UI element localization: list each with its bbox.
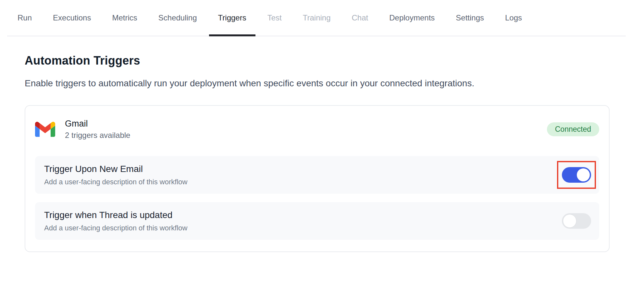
tab-label: Metrics <box>112 13 137 22</box>
tab-label: Chat <box>352 13 368 22</box>
page-title: Automation Triggers <box>25 54 610 67</box>
tab-bar: RunExecutionsMetricsSchedulingTriggersTe… <box>7 0 626 36</box>
tab-label: Training <box>303 13 331 22</box>
trigger-title: Trigger Upon New Email <box>44 163 187 175</box>
tab-label: Scheduling <box>158 13 197 22</box>
trigger-description: Add a user-facing description of this wo… <box>44 177 187 187</box>
integration-card-header: Gmail 2 triggers available Connected <box>35 119 599 140</box>
tab-metrics[interactable]: Metrics <box>112 0 137 36</box>
annotation-highlight-box <box>557 161 596 189</box>
integration-card: Gmail 2 triggers available Connected Tri… <box>25 105 610 252</box>
status-badge: Connected <box>547 122 599 136</box>
tab-label: Executions <box>53 13 91 22</box>
toggle-switch[interactable] <box>562 167 591 183</box>
trigger-texts: Trigger Upon New Email Add a user-facing… <box>44 163 187 187</box>
trigger-list: Trigger Upon New Email Add a user-facing… <box>35 156 599 240</box>
toggle-switch[interactable] <box>562 213 591 229</box>
triggers-page: Automation Triggers Enable triggers to a… <box>0 54 644 252</box>
tab-chat[interactable]: Chat <box>352 0 368 36</box>
toggle-knob <box>563 214 576 227</box>
trigger-description: Add a user-facing description of this wo… <box>44 224 187 233</box>
integration-name: Gmail <box>65 119 130 129</box>
tab-label: Run <box>18 13 32 22</box>
trigger-texts: Trigger when Thread is updated Add a use… <box>44 209 187 233</box>
gmail-icon <box>35 122 55 137</box>
tab-executions[interactable]: Executions <box>53 0 91 36</box>
tab-test[interactable]: Test <box>267 0 282 36</box>
integration-subtitle: 2 triggers available <box>65 131 130 140</box>
tab-training[interactable]: Training <box>303 0 331 36</box>
tab-label: Test <box>267 13 282 22</box>
tab-label: Deployments <box>389 13 435 22</box>
tab-label: Settings <box>456 13 484 22</box>
tab-settings[interactable]: Settings <box>456 0 484 36</box>
page-description: Enable triggers to automatically run you… <box>25 78 610 89</box>
tab-logs[interactable]: Logs <box>505 0 522 36</box>
tab-label: Logs <box>505 13 522 22</box>
tab-triggers[interactable]: Triggers <box>218 0 246 36</box>
toggle-knob <box>577 168 590 181</box>
trigger-row: Trigger when Thread is updated Add a use… <box>35 202 599 240</box>
tab-label: Triggers <box>218 13 246 22</box>
trigger-title: Trigger when Thread is updated <box>44 209 187 221</box>
tab-run[interactable]: Run <box>18 0 32 36</box>
tab-scheduling[interactable]: Scheduling <box>158 0 197 36</box>
trigger-row: Trigger Upon New Email Add a user-facing… <box>35 156 599 194</box>
tab-deployments[interactable]: Deployments <box>389 0 435 36</box>
integration-titles: Gmail 2 triggers available <box>65 119 130 140</box>
